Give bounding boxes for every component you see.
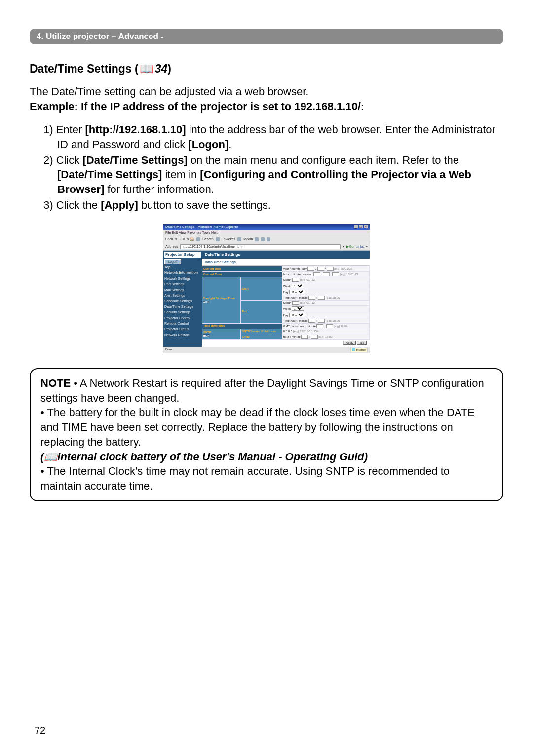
t: [Logon]	[188, 138, 228, 151]
search-button[interactable]: Search	[202, 237, 213, 241]
l: Week	[283, 307, 291, 310]
go-button[interactable]: ▶Go	[346, 245, 353, 249]
close-icon[interactable]: ×	[364, 225, 368, 228]
l: Time	[283, 319, 290, 322]
address-label: Address	[165, 245, 178, 249]
note-label: NOTE	[40, 377, 71, 389]
sidebar-item-port-settings[interactable]: Port Settings	[164, 282, 201, 286]
media-icon[interactable]	[237, 237, 241, 241]
sidebar-item-mail-settings[interactable]: Mail Settings	[164, 288, 201, 292]
title-suffix: )	[167, 62, 171, 75]
sidebar-item-security-settings[interactable]: Security Settings	[164, 310, 201, 314]
cycle-cell: hour : minute : [e.g] 18:00	[282, 334, 369, 340]
t: .	[228, 138, 231, 151]
second-input[interactable]	[332, 272, 339, 276]
l: Day	[283, 291, 289, 294]
sidebar-item-network-restart[interactable]: Network Restart	[164, 333, 201, 337]
menubar[interactable]: File Edit View Favorites Tools Help	[163, 230, 370, 236]
window-titlebar: Date/Time Settings - Microsoft Internet …	[163, 224, 370, 230]
sidebar-item-alert-settings[interactable]: Alert Settings	[164, 294, 201, 298]
l: Month	[283, 302, 292, 304]
mail-icon[interactable]	[261, 237, 265, 241]
start-day-select[interactable]: Mon	[289, 290, 305, 294]
label: hour : minute : second	[283, 273, 312, 276]
sidebar: Projector Setup Logoff Top: Network Info…	[163, 251, 202, 347]
sntp-on-checkbox[interactable]: ■ON	[203, 334, 210, 337]
links-menu[interactable]: Links	[356, 245, 364, 249]
start-week: Week 1	[282, 283, 369, 289]
l: hour : minute	[283, 335, 301, 338]
embedded-browser-window: Date/Time Settings - Microsoft Internet …	[163, 224, 370, 354]
l: Week	[283, 285, 291, 288]
minute-input[interactable]	[323, 272, 330, 276]
row-sntp: SNTP ■ON	[202, 329, 241, 340]
start-month-input[interactable]	[292, 278, 299, 282]
zone-label: Internet	[356, 348, 366, 351]
address-input[interactable]: http://192.168.1.10/admin/datetime.html	[180, 244, 341, 249]
sidebar-item-datetime-settings[interactable]: Date/Time Settings	[164, 305, 201, 309]
end-week-select[interactable]: 1	[292, 306, 304, 311]
favorites-button[interactable]: Favorites	[222, 237, 236, 241]
setup-title: Projector Setup	[164, 252, 201, 258]
sidebar-item-schedule-settings[interactable]: Schedule Settings	[164, 299, 201, 303]
sntp-label: SNTP	[203, 331, 211, 334]
step-num: 2)	[43, 154, 53, 166]
t: [Apply]	[101, 199, 138, 211]
search-icon[interactable]	[196, 237, 200, 241]
start-week-select[interactable]: 1	[292, 284, 304, 288]
step-2: 2) Click [Date/Time Settings] on the mai…	[43, 153, 503, 197]
book-icon: 📖	[140, 62, 154, 75]
end-month-input[interactable]	[292, 301, 299, 305]
main-panel: Date/Time Settings Date/Time Settings Cu…	[202, 251, 370, 347]
maximize-icon[interactable]: □	[359, 225, 363, 228]
apply-button[interactable]: Apply	[343, 341, 356, 345]
dst-label: Daylight Savings Time	[203, 297, 235, 300]
sidebar-network-info[interactable]: Network Information	[164, 271, 201, 275]
end-time: Time hour : minute : [e.g] 18:06	[282, 318, 369, 323]
print-icon[interactable]	[266, 237, 270, 241]
status-left: Done	[165, 348, 172, 352]
end-day-select[interactable]: Mon	[289, 313, 305, 317]
title-ref: 34	[155, 62, 168, 75]
back-button[interactable]: Back	[165, 237, 173, 241]
favorites-icon[interactable]	[216, 237, 220, 241]
month-input[interactable]	[317, 267, 324, 271]
gmt-min-input[interactable]	[326, 324, 333, 328]
sidebar-item-projector-control[interactable]: Projector Control	[164, 316, 201, 320]
toolbar[interactable]: Back ▾ → ✕ ↻ 🏠 Search Favorites Media	[163, 236, 370, 243]
start-min-input[interactable]	[318, 296, 325, 300]
day-input[interactable]	[327, 267, 334, 271]
note-box: NOTE • A Network Restart is required aft…	[30, 368, 503, 501]
end-min-input[interactable]	[318, 319, 325, 323]
minimize-icon[interactable]: _	[354, 225, 358, 228]
media-button[interactable]: Media	[243, 237, 253, 241]
sidebar-item-remote-control[interactable]: Remote Control	[164, 322, 201, 326]
title-prefix: Date/Time Settings (	[30, 62, 139, 75]
start-month: Month [e.g] 01–12	[282, 277, 369, 283]
step-num: 1)	[43, 123, 53, 136]
steps-list: 1) Enter [http://192.168.1.10] into the …	[30, 122, 503, 212]
history-icon[interactable]	[255, 237, 259, 241]
note-p1: • A Network Restart is required after th…	[40, 377, 484, 404]
eg: [e.g] 18:01:25	[340, 273, 358, 276]
sidebar-item-network-settings[interactable]: Network Settings	[164, 277, 201, 281]
intro-text: The Date/Time setting can be adjusted vi…	[30, 84, 503, 113]
cycle-hour-input[interactable]	[301, 335, 308, 339]
header-bar: 4. Utilize projector – Advanced -	[30, 29, 503, 44]
t: button to save the settings.	[138, 199, 271, 211]
year-input[interactable]	[307, 267, 314, 271]
end-hour-input[interactable]	[308, 319, 315, 323]
logoff-button[interactable]: Logoff	[164, 259, 181, 264]
dst-on-checkbox[interactable]: ■ON	[203, 301, 210, 303]
top-button[interactable]: Top	[357, 341, 367, 345]
window-title: Date/Time Settings - Microsoft Internet …	[165, 225, 238, 229]
gmt-hour-input[interactable]	[316, 324, 323, 328]
book-icon: 📖	[44, 451, 57, 463]
sidebar-top[interactable]: Top:	[164, 265, 201, 269]
cycle-min-input[interactable]	[311, 335, 318, 339]
hour-input[interactable]	[313, 272, 320, 276]
start-hour-input[interactable]	[308, 296, 315, 300]
sidebar-item-projector-status[interactable]: Projector Status	[164, 327, 201, 331]
eg: [e.g] 05/01/25	[334, 267, 352, 270]
status-right: 🌐 Internet	[350, 348, 368, 352]
